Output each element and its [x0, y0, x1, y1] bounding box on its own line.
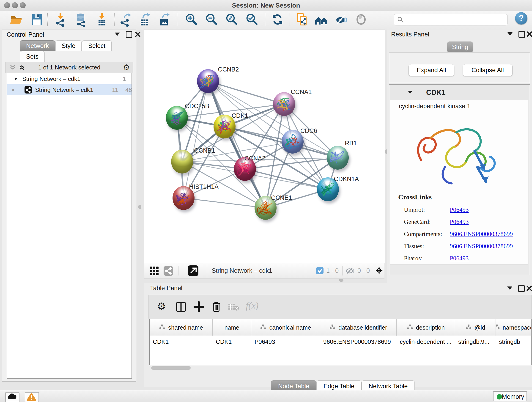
table-settings-gear-icon[interactable]: ⚙ — [157, 301, 166, 312]
crosslink-link[interactable]: P06493 — [450, 206, 469, 213]
table-cell[interactable]: cyclin-dependent ... — [397, 336, 455, 347]
import-table-button[interactable] — [95, 12, 109, 27]
hide-selected-button[interactable] — [335, 12, 349, 27]
crosslink-link[interactable]: P06493 — [450, 255, 469, 262]
network-node-ccnb1[interactable] — [171, 150, 193, 173]
panel-menu-icon[interactable] — [507, 32, 513, 36]
column-header-namespace[interactable]: namespace — [496, 319, 531, 336]
toolbar-separator — [178, 266, 178, 275]
export-network-button[interactable] — [119, 12, 133, 27]
export-image-icon — [157, 12, 171, 27]
column-header-database-identifier[interactable]: database identifier — [320, 319, 397, 336]
column-header-description[interactable]: description — [397, 319, 455, 336]
toolbar-separator — [177, 13, 177, 26]
protein-section-header[interactable]: CDK1 — [390, 85, 529, 100]
export-image-button[interactable] — [157, 12, 171, 27]
panel-menu-icon[interactable] — [115, 32, 120, 36]
delete-column-icon[interactable] — [211, 301, 221, 313]
import-network-from-database-button[interactable] — [74, 12, 88, 27]
toolbar-separator — [204, 266, 204, 275]
crosslink-link[interactable]: 9606.ENSP00000378699 — [450, 243, 513, 250]
network-node-cdc25b[interactable] — [166, 106, 188, 130]
new-network-from-selection-button[interactable] — [295, 12, 309, 27]
network-row[interactable]: ● String Network – cdk1 11 48 — [7, 84, 132, 95]
network-edge-hist1h1a-ccne1[interactable] — [184, 198, 266, 208]
import-network-icon — [54, 12, 68, 27]
panel-close-icon[interactable] — [526, 31, 532, 37]
birdseye-view-icon[interactable] — [188, 265, 198, 276]
splitter-grip[interactable] — [138, 205, 141, 209]
gear-icon[interactable]: ⚙ — [123, 62, 130, 73]
network-edge-ccnb2-ccna1[interactable] — [208, 81, 284, 104]
cloud-services-button[interactable] — [5, 392, 19, 402]
protein-structure-image — [409, 114, 509, 190]
first-neighbors-button[interactable] — [314, 12, 329, 27]
network-node-ccna1[interactable] — [273, 92, 295, 116]
tab-sets[interactable]: Sets — [20, 51, 45, 62]
zoom-selected-button[interactable] — [245, 12, 259, 27]
table-cell[interactable]: 9606.ENSP00000378699 — [320, 336, 397, 347]
grid-view-icon[interactable] — [149, 266, 159, 276]
crosslink-link[interactable]: 9606.ENSP00000378699 — [450, 230, 513, 238]
tab-style[interactable]: Style — [56, 40, 82, 51]
table-cell[interactable]: CDK1 — [150, 336, 213, 347]
collapse-all-button[interactable]: Collapse All — [463, 64, 513, 76]
network-view-canvas[interactable]: CCNB2CCNA1CDC25BCDK1CDC6RB1CCNB1CCNA2CDK… — [144, 30, 385, 263]
table-horizontal-scrollbar[interactable] — [151, 366, 191, 370]
warnings-button[interactable] — [25, 392, 39, 402]
tab-network[interactable]: Network — [20, 40, 55, 51]
node-label-ccna2: CCNA2 — [244, 155, 266, 162]
import-network-button[interactable] — [54, 12, 68, 27]
search-field — [394, 14, 508, 26]
tab-string[interactable]: String — [447, 41, 473, 52]
memory-button[interactable]: Memory — [493, 391, 527, 401]
export-table-button[interactable] — [138, 12, 152, 27]
panel-float-icon[interactable] — [126, 31, 132, 38]
panel-float-icon[interactable] — [519, 31, 525, 38]
network-edge-ccnb2-hist1h1a[interactable] — [184, 81, 208, 198]
table-cell[interactable]: stringdb:9... — [455, 336, 496, 347]
table-row[interactable]: CDK1CDK1P064939606.ENSP00000378699cyclin… — [150, 336, 532, 347]
search-input[interactable] — [406, 15, 506, 24]
panel-close-icon[interactable] — [134, 31, 141, 38]
node-label-hist1h1a: HIST1H1A — [189, 183, 219, 191]
help-button[interactable]: ? — [515, 12, 527, 25]
selected-checkbox-icon[interactable] — [316, 267, 323, 274]
column-header-name[interactable]: name — [213, 319, 251, 336]
network-node-rb1[interactable] — [327, 146, 349, 170]
apply-layout-button[interactable] — [270, 12, 285, 27]
crosslink-row: Uniprot:P06493 — [404, 206, 425, 213]
show-columns-icon[interactable] — [176, 301, 186, 313]
zoom-in-button[interactable] — [184, 12, 198, 27]
network-node-ccnb2[interactable] — [197, 69, 219, 93]
zoom-fit-button[interactable] — [225, 12, 239, 27]
share-view-icon[interactable] — [164, 266, 173, 276]
table-cell[interactable]: CDK1 — [213, 336, 251, 347]
table-cell[interactable]: P06493 — [251, 336, 320, 347]
tree-expander-icon[interactable]: ▼ — [13, 73, 18, 84]
open-session-button[interactable] — [9, 12, 23, 27]
table-cell[interactable]: stringdb — [496, 336, 531, 347]
panel-menu-icon[interactable] — [507, 287, 512, 290]
network-edge-cdk1-rb1[interactable] — [225, 127, 338, 158]
section-expander-icon[interactable] — [408, 91, 412, 94]
column-header-shared-name[interactable]: shared name — [150, 319, 213, 336]
panel-float-icon[interactable] — [518, 285, 525, 292]
zoom-out-button[interactable] — [204, 12, 219, 27]
column-header-canonical-name[interactable]: canonical name — [251, 319, 320, 336]
hidden-eye-icon[interactable] — [346, 267, 355, 275]
network-collection-row[interactable]: ▼ String Network – cdk1 1 — [7, 73, 132, 84]
tab-select[interactable]: Select — [82, 40, 112, 51]
protein-ribbon-icon — [327, 146, 349, 170]
collection-label: String Network – cdk1 — [22, 73, 80, 84]
crosslink-link[interactable]: P06493 — [450, 218, 469, 225]
zoom-in-icon — [184, 12, 198, 27]
column-header--id[interactable]: @id — [455, 319, 496, 336]
show-all-button[interactable] — [354, 12, 368, 27]
add-column-icon[interactable] — [194, 301, 204, 313]
splitter-grip[interactable] — [339, 279, 343, 282]
panel-close-icon[interactable] — [526, 285, 532, 292]
save-session-button[interactable] — [30, 12, 44, 27]
expand-all-button[interactable]: Expand All — [409, 64, 454, 76]
center-view-icon[interactable]: ⌖ — [376, 263, 382, 277]
